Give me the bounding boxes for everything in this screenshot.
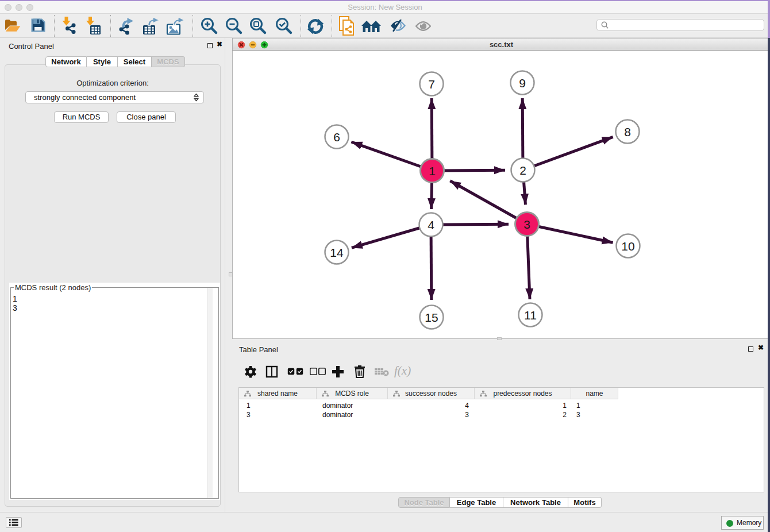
svg-text:10: 10	[621, 240, 634, 253]
svg-text:7: 7	[428, 78, 435, 91]
svg-text:14: 14	[330, 246, 344, 259]
svg-text:8: 8	[624, 125, 631, 138]
svg-text:9: 9	[519, 76, 526, 90]
svg-text:4: 4	[428, 218, 434, 232]
svg-text:15: 15	[425, 311, 438, 324]
svg-text:3: 3	[523, 218, 530, 231]
svg-text:2: 2	[519, 164, 526, 177]
svg-text:1: 1	[429, 164, 436, 178]
svg-text:11: 11	[524, 309, 537, 322]
svg-text:6: 6	[333, 130, 340, 144]
